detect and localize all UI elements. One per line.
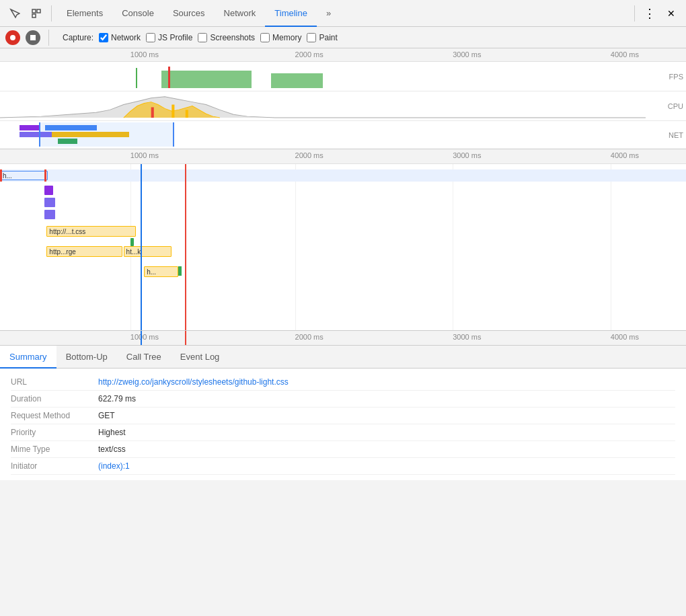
fps-bar-group-2 [271,73,323,88]
tab-elements[interactable]: Elements [57,0,112,27]
screenshots-checkbox[interactable] [198,33,207,42]
cursor-icon[interactable] [5,4,24,23]
jsprofile-checkbox[interactable] [146,33,155,42]
divider [51,5,52,22]
tab-call-tree[interactable]: Call Tree [117,346,171,369]
network-ruler: 1000 ms 2000 ms 3000 ms 4000 ms [0,149,686,164]
summary-priority-row: Priority Highest [11,424,675,441]
svg-rect-0 [32,9,36,13]
memory-checkbox-label: Memory [272,33,301,42]
request-bar-hlast[interactable]: h... [144,266,178,277]
request-method-key: Request Method [11,411,98,420]
request-bar-purple-3[interactable] [44,210,54,219]
jsprofile-checkbox-item[interactable]: JS Profile [146,33,192,42]
request-label-css: http://...t.css [49,228,85,235]
marker-line-red [185,164,186,331]
fps-bar-group-1 [161,71,252,88]
network-waterfall[interactable]: h... http://...t.css http...rge ht...k h… [0,164,686,331]
fps-bar-1 [136,68,137,88]
summary-request-method-row: Request Method GET [11,408,675,424]
bottom-playhead [141,331,142,345]
paint-checkbox[interactable] [307,33,316,42]
initiator-value[interactable]: (index):1 [98,461,130,471]
initiator-key: Initiator [11,461,98,471]
capture-label: Capture: [63,33,93,42]
request-label-rge: http...rge [49,248,75,256]
svg-rect-2 [32,14,36,17]
net-ruler-3000: 3000 ms [453,151,481,159]
request-label-html: h... [3,172,12,180]
tab-network[interactable]: Network [215,0,266,27]
mime-type-key: Mime Type [11,445,98,454]
menu-button[interactable]: ⋮ [640,4,659,23]
tab-timeline[interactable]: Timeline [265,0,317,27]
summary-mimetype-row: Mime Type text/css [11,441,675,458]
request-bar-css[interactable]: http://...t.css [46,226,136,237]
url-value[interactable]: http://zweig.co/jankyscroll/stylesheets/… [98,377,289,387]
request-bar-htk[interactable]: ht...k [124,246,172,257]
paint-checkbox-item[interactable]: Paint [307,33,337,42]
tab-summary[interactable]: Summary [0,346,56,369]
request-bar-purple-2[interactable] [44,198,54,207]
svg-rect-1 [37,9,40,13]
network-checkbox-item[interactable]: Network [99,33,141,42]
request-mark-red-2 [44,169,46,182]
memory-checkbox-item[interactable]: Memory [260,33,301,42]
fps-bar-red [168,67,171,88]
request-bar-rge[interactable]: http...rge [46,246,122,257]
request-method-value: GET [98,411,115,420]
tab-bottom-up[interactable]: Bottom-Up [56,346,117,369]
divider-right [634,5,635,22]
request-bar-purple-1[interactable] [44,186,52,195]
duration-key: Duration [11,394,98,403]
url-link[interactable]: http://zweig.co/jankyscroll/stylesheets/… [98,377,289,387]
svg-rect-6 [172,105,174,118]
priority-value: Highest [98,428,126,437]
ruler-tick-1000: 1000 ms [130,50,159,59]
request-bar-green-small[interactable] [130,238,134,246]
network-checkbox[interactable] [99,33,108,42]
net-ruler-2000: 2000 ms [295,151,323,159]
stop-button[interactable] [26,30,40,45]
initiator-link[interactable]: (index):1 [98,461,130,471]
request-label-htk: ht...k [126,248,141,256]
svg-rect-7 [186,110,188,118]
fps-label: FPS [669,73,683,81]
request-mark-red-1 [0,169,2,182]
capture-divider [48,30,49,46]
request-bar-green-end [178,266,182,276]
network-checkbox-label: Network [111,33,141,42]
cpu-label: CPU [668,102,683,110]
jsprofile-checkbox-label: JS Profile [158,33,192,42]
summary-url-row: URL http://zweig.co/jankyscroll/styleshe… [11,374,675,391]
network-section[interactable]: 1000 ms 2000 ms 3000 ms 4000 ms h... h [0,149,686,331]
bottom-tick-4000: 4000 ms [611,333,639,341]
url-key: URL [11,377,98,387]
summary-tabs-bar: Summary Bottom-Up Call Tree Event Log [0,346,686,369]
bottom-tick-3000: 3000 ms [453,333,481,341]
paint-checkbox-label: Paint [319,33,337,42]
memory-checkbox[interactable] [260,33,270,42]
summary-content: URL http://zweig.co/jankyscroll/styleshe… [0,369,686,480]
devtools-header: Elements Console Sources Network Timelin… [0,0,686,27]
inspect-icon[interactable] [27,4,46,23]
tab-event-log[interactable]: Event Log [171,346,229,369]
tab-sources[interactable]: Sources [163,0,215,27]
bottom-tick-1000: 1000 ms [130,333,159,341]
capture-bar: Capture: Network JS Profile Screenshots … [0,27,686,48]
close-button[interactable]: ✕ [662,4,681,23]
request-bar-html[interactable]: h... [0,171,48,180]
priority-key: Priority [11,428,98,437]
record-button[interactable] [5,30,20,45]
tab-console[interactable]: Console [112,0,163,27]
net-row: NET [0,121,686,149]
ruler-tick-2000: 2000 ms [295,50,323,59]
request-row-html[interactable]: h... [0,169,686,182]
timeline-overview[interactable]: 1000 ms 2000 ms 3000 ms 4000 ms FPS CPU [0,48,686,149]
ruler-tick-4000: 4000 ms [611,50,639,59]
more-tabs-button[interactable]: » [317,0,340,27]
svg-rect-4 [30,35,36,40]
screenshots-checkbox-item[interactable]: Screenshots [198,33,255,42]
cpu-row: CPU [0,91,686,121]
timeline-ruler: 1000 ms 2000 ms 3000 ms 4000 ms [0,48,686,62]
